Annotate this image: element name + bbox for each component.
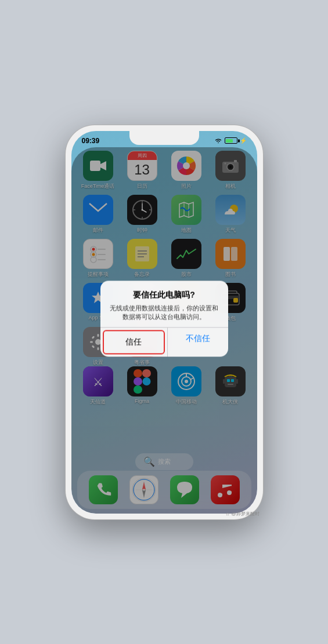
dialog-title: 要信任此电脑吗? — [109, 290, 220, 300]
phone-frame: 09:39 ⚡ — [66, 125, 263, 519]
status-right: ⚡ — [214, 137, 247, 144]
notch — [129, 131, 199, 145]
watermark: ☆ @婷梦来醒时 — [225, 511, 259, 517]
trust-dialog: 要信任此电脑吗? 无线或使用数据线连接后，你的设置和数据将可以从这台电脑访问。 … — [100, 281, 228, 357]
screen-content: FaceTime通话 周四 13 日历 — [71, 147, 257, 514]
dialog-body: 要信任此电脑吗? 无线或使用数据线连接后，你的设置和数据将可以从这台电脑访问。 — [100, 281, 228, 328]
dialog-message: 无线或使用数据线连接后，你的设置和数据将可以从这台电脑访问。 — [109, 304, 220, 322]
wifi-icon — [214, 137, 222, 144]
status-time: 09:39 — [82, 137, 100, 145]
dont-trust-button[interactable]: 不信任 — [167, 328, 228, 357]
bolt-icon: ⚡ — [240, 137, 247, 144]
trust-button[interactable]: 信任 — [103, 330, 165, 355]
dialog-buttons: 信任 不信任 — [100, 328, 228, 357]
phone-screen: 09:39 ⚡ — [71, 131, 257, 514]
battery-icon — [225, 137, 237, 144]
